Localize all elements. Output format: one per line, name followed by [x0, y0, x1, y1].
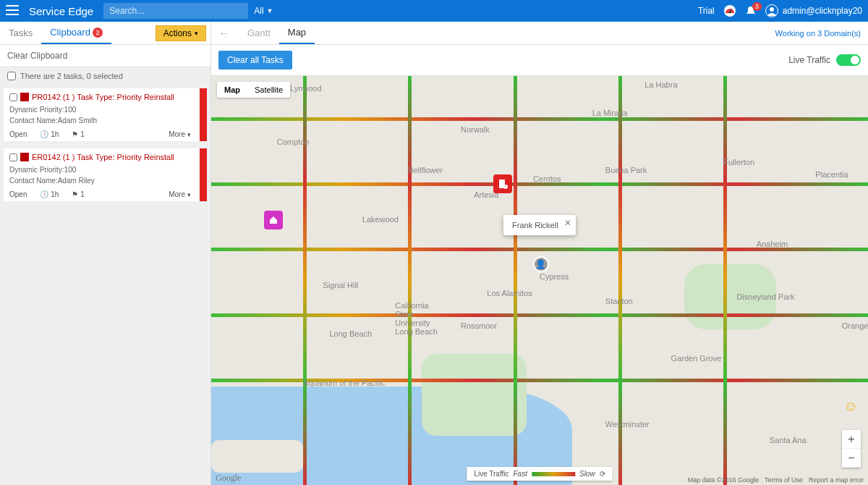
- clear-clipboard-button[interactable]: Clear Clipboard: [0, 45, 210, 67]
- map-toolbar: Clear all Tasks Live Traffic: [211, 45, 868, 76]
- legend-fast: Fast: [514, 470, 527, 478]
- task-card[interactable]: ER0142 (1 ) Task Type: Priority Reinstal…: [3, 148, 208, 202]
- chevron-down-icon: ▾: [187, 131, 191, 138]
- task-summary-row: There are 2 tasks, 0 selected: [0, 67, 210, 85]
- secondary-bar: Tasks Clipboard 2 Actions ▾ ← Gantt Map …: [0, 22, 868, 45]
- task-priority: Dynamic Priority:100: [9, 164, 201, 175]
- search-filter-label: All: [254, 6, 263, 16]
- svg-point-3: [770, 7, 774, 12]
- legend-gradient: [532, 472, 575, 476]
- technician-marker[interactable]: 👤: [533, 256, 550, 274]
- zoom-control: + −: [842, 430, 861, 468]
- live-traffic-toggle[interactable]: [836, 54, 861, 66]
- chevron-down-icon: ▾: [195, 30, 198, 37]
- info-window-title: Frank Rickell: [512, 221, 558, 229]
- terms-link[interactable]: Terms of Use: [765, 476, 803, 484]
- tab-gantt[interactable]: Gantt: [239, 22, 279, 44]
- trial-label: Trial: [698, 6, 715, 16]
- priority-stripe: [200, 88, 207, 141]
- task-contact: Contact Name:Adam Smith: [9, 115, 201, 126]
- map-type-satellite[interactable]: Satellite: [247, 82, 290, 98]
- task-duration: 🕓 1h: [40, 130, 59, 138]
- hamburger-icon[interactable]: [6, 5, 20, 17]
- user-email: admin@clicknplay20: [783, 6, 862, 16]
- info-window: ✕ Frank Rickell: [503, 215, 576, 235]
- top-bar: Service Edge All ▼ Trial 3 admin@clicknp…: [0, 0, 868, 22]
- priority-stripe: [200, 148, 207, 201]
- notifications-icon[interactable]: 3: [745, 5, 757, 17]
- task-checkbox[interactable]: [9, 93, 17, 101]
- live-traffic-label: Live Traffic: [788, 55, 830, 65]
- google-logo: Google: [216, 473, 241, 484]
- zoom-out-button[interactable]: −: [842, 449, 861, 468]
- legend-label: Live Traffic: [474, 470, 509, 478]
- map-attribution: Map data ©2016 Google Terms of Use Repor…: [688, 476, 864, 484]
- task-type-icon: [20, 153, 29, 161]
- user-avatar-icon: [765, 4, 778, 17]
- search-filter-dropdown[interactable]: All ▼: [248, 3, 278, 19]
- map-type-map[interactable]: Map: [217, 82, 247, 98]
- refresh-icon[interactable]: ⟳: [600, 470, 605, 478]
- task-duration: 🕓 1h: [40, 190, 59, 198]
- alert-marker[interactable]: !: [493, 174, 512, 193]
- tab-clipboard[interactable]: Clipboard 2: [41, 22, 111, 44]
- task-card[interactable]: PR0142 (1 ) Task Type: Priority Reinstal…: [3, 88, 208, 142]
- main-panel: Clear all Tasks Live Traffic: [211, 45, 868, 485]
- task-status: Open: [9, 130, 27, 138]
- task-more-button[interactable]: More ▾: [169, 190, 191, 198]
- task-checkbox[interactable]: [9, 153, 17, 161]
- task-summary-text: There are 2 tasks, 0 selected: [20, 72, 123, 80]
- chevron-down-icon: ▾: [187, 191, 191, 198]
- task-more-button[interactable]: More ▾: [169, 130, 191, 138]
- domains-link[interactable]: Working on 3 Domain(s): [775, 29, 861, 38]
- map-type-control: Map Satellite: [217, 82, 290, 98]
- select-all-checkbox[interactable]: [7, 72, 16, 80]
- clipboard-count-badge: 2: [93, 28, 103, 38]
- task-contact: Contact Name:Adam Riley: [9, 175, 201, 186]
- task-title: PR0142 (1 ) Task Type: Priority Reinstal…: [32, 93, 174, 101]
- sidebar: Clear Clipboard There are 2 tasks, 0 sel…: [0, 45, 211, 485]
- user-menu[interactable]: admin@clicknplay20: [765, 4, 862, 17]
- task-priority: Dynamic Priority:100: [9, 104, 201, 115]
- clear-all-tasks-button[interactable]: Clear all Tasks: [218, 51, 292, 69]
- map-background: [211, 76, 868, 485]
- app-title: Service Edge: [29, 5, 93, 17]
- chevron-down-icon: ▼: [267, 7, 273, 14]
- dashboard-icon[interactable]: [723, 4, 736, 17]
- legend-slow: Slow: [579, 470, 595, 478]
- traffic-legend: Live Traffic Fast Slow ⟳: [467, 467, 612, 481]
- task-flag: ⚑ 1: [72, 130, 84, 138]
- task-type-icon: [20, 93, 29, 101]
- task-flag: ⚑ 1: [72, 190, 84, 198]
- pegman-icon[interactable]: ☺: [843, 398, 859, 420]
- search-input[interactable]: [103, 3, 248, 19]
- tab-map[interactable]: Map: [279, 22, 315, 44]
- person-icon: 👤: [533, 256, 549, 272]
- svg-text:!: !: [506, 185, 506, 189]
- task-title: ER0142 (1 ) Task Type: Priority Reinstal…: [32, 153, 174, 161]
- close-icon[interactable]: ✕: [564, 218, 571, 228]
- home-icon: [268, 215, 278, 225]
- notification-count: 3: [752, 2, 762, 11]
- tab-tasks[interactable]: Tasks: [0, 22, 41, 44]
- zoom-in-button[interactable]: +: [842, 430, 861, 449]
- back-arrow-icon[interactable]: ←: [218, 27, 230, 40]
- report-error-link[interactable]: Report a map error: [809, 476, 864, 484]
- actions-dropdown[interactable]: Actions ▾: [156, 25, 206, 41]
- document-alert-icon: !: [498, 179, 508, 189]
- map-canvas[interactable]: Lynwood Compton Norwalk Bellflower Lakew…: [211, 76, 868, 485]
- home-marker[interactable]: [264, 211, 283, 229]
- task-status: Open: [9, 190, 27, 198]
